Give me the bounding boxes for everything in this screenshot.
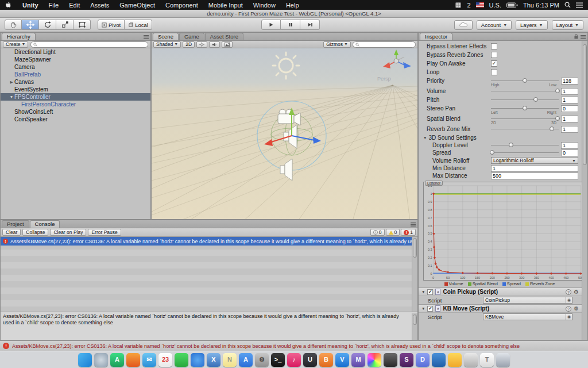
- dock-icon-calendar[interactable]: 23: [158, 353, 172, 367]
- bypass-listener-effects-checkbox[interactable]: [491, 43, 497, 49]
- scene-lighting-toggle[interactable]: [196, 41, 207, 48]
- tab-asset-store[interactable]: Asset Store: [205, 33, 243, 40]
- play-button[interactable]: [261, 20, 281, 30]
- create-dropdown[interactable]: Create▼: [3, 41, 28, 48]
- scene-audio-toggle[interactable]: [209, 41, 220, 48]
- cloud-services-button[interactable]: [454, 20, 473, 30]
- spread-slider[interactable]: [491, 150, 559, 156]
- menu-item-component[interactable]: Component: [160, 0, 203, 10]
- gear-icon[interactable]: ⚙: [574, 306, 579, 312]
- dock-icon-terminal[interactable]: >_: [271, 353, 285, 367]
- dock-icon-xcode[interactable]: X: [207, 353, 220, 367]
- priority-slider[interactable]: [491, 78, 559, 84]
- dock-icon-system-preferences[interactable]: ⚙: [255, 353, 269, 367]
- dock-icon-android-studio[interactable]: A: [110, 353, 124, 367]
- menu-item-edit[interactable]: Edit: [64, 0, 85, 10]
- layers-dropdown[interactable]: Layers▼: [516, 20, 547, 30]
- menu-app-name[interactable]: Unity: [17, 2, 44, 9]
- menu-item-help[interactable]: Help: [281, 0, 304, 10]
- pivot-toggle-button[interactable]: Pivot: [98, 20, 125, 30]
- spread-field[interactable]: 0: [561, 150, 578, 156]
- hierarchy-search-input[interactable]: [30, 41, 148, 48]
- clear-button[interactable]: Clear: [2, 229, 21, 236]
- reverb-zone-mix-field[interactable]: 1: [561, 126, 578, 133]
- local-toggle-button[interactable]: Local: [125, 20, 152, 30]
- bypass-reverb-zones-checkbox[interactable]: [491, 52, 497, 58]
- scene-viewport[interactable]: Persp: [152, 48, 417, 219]
- hierarchy-item-showcoinsleft[interactable]: ShowCoinsLeft: [1, 108, 150, 116]
- object-picker-icon[interactable]: ◉: [566, 297, 572, 303]
- dock-icon-photos[interactable]: [368, 353, 381, 367]
- gizmos-dropdown[interactable]: Gizmos▼: [323, 41, 351, 48]
- dock-icon-flame-app[interactable]: [126, 353, 140, 367]
- menu-item-mobile-input[interactable]: Mobile Input: [203, 0, 248, 10]
- dock-icon-mission-control[interactable]: [94, 353, 108, 367]
- hierarchy-item-camera[interactable]: Camera: [1, 63, 150, 71]
- help-icon[interactable]: ?: [566, 306, 571, 312]
- hierarchy-item-directional light[interactable]: Directional Light: [1, 48, 150, 56]
- menu-item-gameobject[interactable]: GameObject: [114, 0, 160, 10]
- dock-icon-slack[interactable]: S: [400, 353, 413, 367]
- inspector-scrollbar[interactable]: [582, 41, 587, 340]
- coin-pickup-component-header[interactable]: ▼ ✓ # Coin Pickup (Script) ?⚙: [419, 288, 582, 296]
- kb-move-script-field[interactable]: KBMove◉: [483, 313, 572, 320]
- spatial-blend-slider[interactable]: [491, 116, 559, 122]
- layout-dropdown[interactable]: Layout▼: [552, 20, 583, 30]
- foldout-arrow-icon[interactable]: ▼: [9, 95, 14, 99]
- dock-icon-trash[interactable]: [496, 353, 510, 367]
- kb-move-enabled-checkbox[interactable]: ✓: [427, 306, 433, 312]
- spotlight-search-icon[interactable]: [564, 2, 571, 8]
- hand-tool-button[interactable]: [5, 20, 22, 30]
- error-pause-button[interactable]: Error Pause: [88, 229, 121, 236]
- reverb-zone-mix-slider[interactable]: [491, 126, 559, 132]
- volume-slider[interactable]: [491, 88, 559, 94]
- apple-menu-icon[interactable]: [0, 2, 17, 9]
- error-count-toggle[interactable]: !1: [401, 229, 416, 236]
- rotate-tool-button[interactable]: [39, 20, 56, 30]
- notification-center-icon[interactable]: [576, 2, 583, 8]
- move-tool-button[interactable]: [22, 20, 39, 30]
- dock-icon-unity[interactable]: U: [303, 353, 317, 367]
- menu-clock[interactable]: Thu 6:13 PM: [523, 2, 559, 9]
- input-language-label[interactable]: U.S.: [489, 2, 501, 9]
- dock-icon-vscode[interactable]: V: [335, 353, 349, 367]
- volume-rolloff-dropdown[interactable]: Logarithmic Rolloff▼: [491, 157, 578, 164]
- foldout-arrow-icon[interactable]: ▶: [9, 80, 14, 85]
- menu-item-file[interactable]: File: [44, 0, 64, 10]
- scene-search-input[interactable]: [353, 41, 416, 48]
- stereo-pan-field[interactable]: 0: [561, 105, 578, 112]
- doppler-level-slider[interactable]: [491, 142, 559, 148]
- loop-checkbox[interactable]: [491, 69, 497, 75]
- draw-mode-dropdown[interactable]: Shaded▼: [153, 41, 181, 48]
- dock-icon-notes[interactable]: N: [223, 353, 237, 367]
- dock-icon-mail[interactable]: ✉: [142, 353, 156, 367]
- doppler-level-field[interactable]: 1: [561, 142, 578, 149]
- gear-icon[interactable]: ⚙: [574, 289, 579, 295]
- pitch-slider[interactable]: [491, 97, 559, 103]
- dock-icon-blender[interactable]: B: [319, 353, 333, 367]
- warning-count-toggle[interactable]: 0: [386, 229, 400, 236]
- perspective-label[interactable]: Persp: [377, 76, 391, 82]
- object-picker-icon[interactable]: ◉: [566, 314, 572, 320]
- scale-tool-button[interactable]: [56, 20, 74, 30]
- hierarchy-item-canvas[interactable]: ▶Canvas: [1, 78, 150, 86]
- dock-icon-safari[interactable]: [191, 353, 204, 367]
- lock-icon[interactable]: [574, 34, 580, 40]
- collapse-button[interactable]: Collapse: [22, 229, 48, 236]
- hierarchy-item-eventsystem[interactable]: EventSystem: [1, 86, 150, 93]
- hierarchy-item-firstpersoncharacter[interactable]: FirstPersonCharacter: [1, 101, 150, 108]
- 2d-toggle-button[interactable]: 2D: [183, 41, 195, 48]
- coin-pickup-enabled-checkbox[interactable]: ✓: [427, 289, 433, 295]
- battery-icon[interactable]: [506, 2, 518, 8]
- dock-icon-messages[interactable]: [175, 353, 188, 367]
- help-icon[interactable]: ?: [566, 289, 571, 295]
- tab-project[interactable]: Project: [2, 220, 29, 228]
- hierarchy-item-ballprefab[interactable]: BallPrefab: [1, 71, 150, 78]
- tab-hierarchy[interactable]: Hierarchy: [2, 33, 36, 40]
- menu-item-assets[interactable]: Assets: [85, 0, 114, 10]
- dock-icon-discord[interactable]: D: [416, 353, 430, 367]
- volume-field[interactable]: 1: [561, 88, 578, 95]
- kb-move-component-header[interactable]: ▼ ✓ # KB Move (Script) ?⚙: [419, 304, 582, 313]
- info-count-toggle[interactable]: i0: [370, 229, 385, 236]
- coin-pickup-script-field[interactable]: CoinPickup◉: [483, 297, 572, 304]
